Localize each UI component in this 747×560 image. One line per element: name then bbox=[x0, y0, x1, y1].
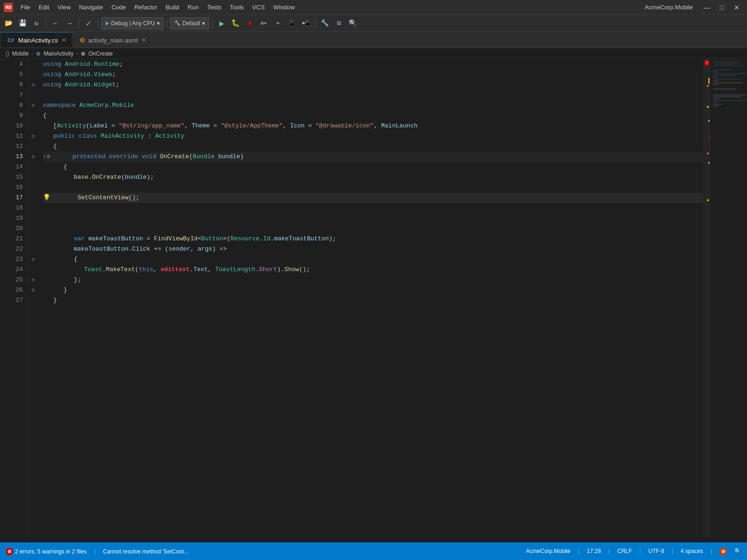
code-line-22: makeToastButton.Click += (sender, args) … bbox=[43, 244, 703, 254]
menu-code[interactable]: Code bbox=[108, 3, 130, 12]
main-content: 4 5 6 7 8 9 10 11 12 13 14 15 16 17 18 1… bbox=[0, 59, 747, 537]
status-cannot-resolve[interactable]: Cannot resolve method 'SetCont... bbox=[103, 548, 189, 555]
fold-11[interactable]: ⊟ bbox=[32, 133, 35, 139]
fold-25[interactable]: ⊟ bbox=[32, 277, 35, 283]
tab-activity-main-close[interactable]: ✕ bbox=[141, 37, 147, 43]
breadcrumb-main-activity[interactable]: MainActivity bbox=[43, 50, 73, 57]
tab-activity-main-label: activity_main.axml bbox=[88, 37, 138, 44]
status-sep-1: | bbox=[94, 548, 95, 555]
status-encoding[interactable]: UTF-8 bbox=[648, 548, 664, 555]
fold-13[interactable]: ⊟ bbox=[32, 154, 35, 160]
code-line-16 bbox=[43, 182, 703, 193]
menu-tests[interactable]: Tests bbox=[204, 3, 225, 12]
right-scrollbar[interactable]: ! bbox=[703, 59, 710, 537]
menu-edit[interactable]: Edit bbox=[35, 3, 53, 12]
line-gutter: 4 5 6 7 8 9 10 11 12 13 14 15 16 17 18 1… bbox=[0, 59, 28, 537]
indicator-6: ⊟ bbox=[28, 80, 39, 90]
menu-tools[interactable]: Tools bbox=[226, 3, 247, 12]
status-error-section[interactable]: ⊗ 2 errors, 5 warnings in 2 files bbox=[6, 548, 86, 555]
minimize-button[interactable]: — bbox=[700, 3, 713, 12]
status-error-count: 2 errors, 5 warnings in 2 files bbox=[15, 548, 86, 555]
fold-26[interactable]: ⊟ bbox=[32, 287, 35, 293]
run-button[interactable]: ▶ bbox=[215, 17, 228, 30]
device-button[interactable]: 📱 bbox=[285, 17, 298, 30]
scroll-marker-error-2 bbox=[707, 153, 709, 154]
stop-button[interactable]: ■ bbox=[243, 17, 256, 30]
indicator-5 bbox=[28, 70, 39, 80]
line-num-18: 18 bbox=[0, 203, 23, 213]
start-without-debug-button[interactable]: ✓ bbox=[82, 17, 95, 30]
search-icon[interactable]: 🔍 bbox=[734, 548, 741, 555]
menu-navigate[interactable]: Navigate bbox=[75, 3, 106, 12]
minimap bbox=[710, 59, 747, 537]
maximize-button[interactable]: □ bbox=[715, 3, 728, 12]
code-line-19 bbox=[43, 213, 703, 224]
tab-activity-main[interactable]: ⚙ activity_main.axml ✕ bbox=[73, 32, 153, 48]
code-line-6: using Android.Widget; bbox=[43, 80, 703, 90]
error-top-indicator: ! bbox=[704, 59, 710, 67]
tab-mainactivity-close[interactable]: ✕ bbox=[61, 37, 67, 43]
emulator-button[interactable]: 📲 bbox=[299, 17, 312, 30]
line-num-20: 20 bbox=[0, 224, 23, 234]
run-config-icon: 🔧 bbox=[174, 20, 181, 26]
debug-config-dropdown[interactable]: ▶ Debug | Any CPU ▾ bbox=[101, 17, 164, 29]
fold-8[interactable]: ⊟ bbox=[32, 103, 35, 108]
debug-config-arrow: ▾ bbox=[157, 20, 160, 27]
indicator-16 bbox=[28, 182, 39, 193]
close-button[interactable]: ✕ bbox=[730, 3, 743, 12]
menu-view[interactable]: View bbox=[54, 3, 74, 12]
line-num-15: 15 bbox=[0, 172, 23, 182]
line-num-6: 6 bbox=[0, 80, 23, 90]
breadcrumb-mobile[interactable]: Mobile bbox=[12, 50, 28, 57]
fold-23[interactable]: ⊟ bbox=[32, 257, 35, 262]
line-num-26: 26 bbox=[0, 285, 23, 295]
refresh-button[interactable]: ↻ bbox=[30, 17, 43, 30]
attach-button[interactable]: ⚙▾ bbox=[257, 17, 270, 30]
settings-button[interactable]: 🔧 bbox=[318, 17, 331, 30]
line-num-14: 14 bbox=[0, 162, 23, 172]
indicator-27 bbox=[28, 295, 39, 306]
line-num-9: 9 bbox=[0, 111, 23, 121]
forward-button[interactable]: → bbox=[63, 17, 76, 30]
back-button[interactable]: ← bbox=[49, 17, 62, 30]
menu-window[interactable]: Window bbox=[269, 3, 298, 12]
fold-6[interactable]: ⊟ bbox=[32, 82, 35, 88]
status-position[interactable]: 17:28 bbox=[587, 548, 601, 555]
extensions-button[interactable]: ⊡ bbox=[332, 17, 345, 30]
status-line-ending[interactable]: CRLF bbox=[617, 548, 632, 555]
menu-refactor[interactable]: Refactor bbox=[131, 3, 161, 12]
tab-mainactivity[interactable]: C# MainActivity.cs ✕ bbox=[0, 32, 73, 48]
indicator-21 bbox=[28, 234, 39, 244]
line-num-22: 22 bbox=[0, 244, 23, 254]
window-controls: — □ ✕ bbox=[700, 3, 743, 12]
step-over-button[interactable]: ↷ bbox=[271, 17, 284, 30]
status-cannot-resolve-text: Cannot resolve method 'SetCont... bbox=[103, 548, 189, 555]
search-button[interactable]: 🔍 bbox=[346, 17, 359, 30]
menu-build[interactable]: Build bbox=[162, 3, 183, 12]
indicator-4 bbox=[28, 59, 39, 70]
toolbar-separator-5 bbox=[212, 19, 212, 28]
indicator-9 bbox=[28, 111, 39, 121]
menu-vcs[interactable]: VCS bbox=[248, 3, 268, 12]
lightbulb-icon[interactable]: 💡 bbox=[43, 193, 50, 203]
status-sep-6: | bbox=[711, 548, 712, 555]
menu-run[interactable]: Run bbox=[184, 3, 203, 12]
open-folder-button[interactable]: 📂 bbox=[2, 17, 15, 30]
menu-file[interactable]: File bbox=[17, 3, 34, 12]
code-line-25: }; bbox=[43, 275, 703, 285]
status-project[interactable]: AcmeCorp.Mobile bbox=[526, 548, 571, 555]
code-content[interactable]: using Android.Runtime; using Android.Vie… bbox=[39, 59, 703, 537]
breadcrumb-oncreate[interactable]: OnCreate bbox=[88, 50, 113, 57]
save-button[interactable]: 💾 bbox=[16, 17, 29, 30]
code-line-7 bbox=[43, 90, 703, 100]
code-area: 4 5 6 7 8 9 10 11 12 13 14 15 16 17 18 1… bbox=[0, 59, 747, 537]
code-line-8: namespace AcmeCorp.Mobile bbox=[43, 100, 703, 111]
debug-button[interactable]: 🐛 bbox=[229, 17, 242, 30]
status-indentation[interactable]: 4 spaces bbox=[681, 548, 703, 555]
run-config-dropdown[interactable]: 🔧 Default ▾ bbox=[170, 17, 209, 29]
code-line-10: [Activity(Label = "@string/app_name", Th… bbox=[43, 121, 703, 131]
line-num-27: 27 bbox=[0, 295, 23, 306]
toolbar-separator-3 bbox=[98, 19, 99, 28]
run-config-label: Default bbox=[183, 20, 200, 27]
breadcrumb-main-activity-icon: ⊕ bbox=[36, 50, 41, 57]
